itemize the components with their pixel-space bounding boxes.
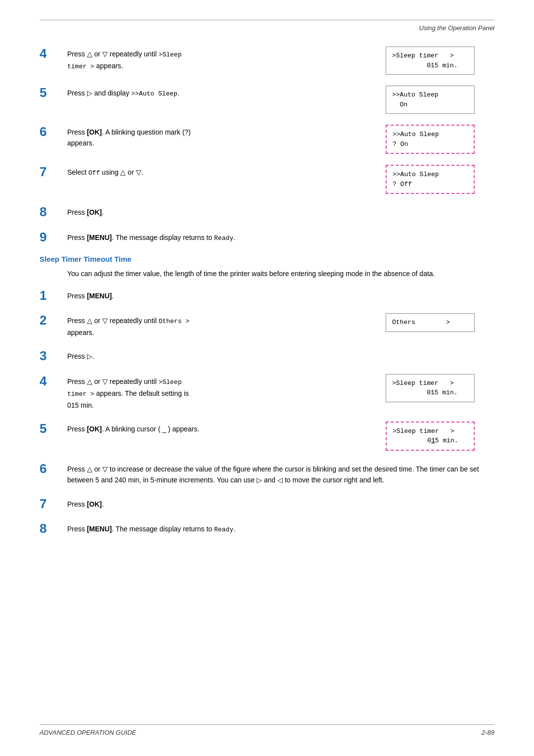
step-content-2b: Press △ or ▽ repeatedly until Others >ap… bbox=[67, 313, 386, 338]
section-desc: You can adjust the timer value, the leng… bbox=[67, 268, 494, 279]
lcd-6t: >>Auto Sleep? On bbox=[386, 125, 475, 154]
step-content-7b: Press [OK]. bbox=[67, 497, 494, 510]
step-5-top: 5 Press ▷ and display >>Auto Sleep. >>Au… bbox=[40, 86, 494, 114]
step-8-bottom: 8 Press [MENU]. The message display retu… bbox=[40, 521, 494, 536]
step-1-bottom: 1 Press [MENU]. bbox=[40, 288, 494, 303]
step-6-bottom: 6 Press △ or ▽ to increase or decrease t… bbox=[40, 462, 494, 486]
step-content-5t: Press ▷ and display >>Auto Sleep. bbox=[67, 86, 386, 99]
step-content-5b: Press [OK]. A blinking cursor ( _ ) appe… bbox=[67, 422, 386, 434]
step-number-4b: 4 bbox=[40, 374, 63, 388]
step-content-6b: Press △ or ▽ to increase or decrease the… bbox=[67, 462, 494, 486]
step-7-bottom: 7 Press [OK]. bbox=[40, 497, 494, 511]
step-9-top: 9 Press [MENU]. The message display retu… bbox=[40, 230, 494, 244]
step-number-7t: 7 bbox=[40, 165, 63, 179]
step-6-top: 6 Press [OK]. A blinking question mark (… bbox=[40, 125, 494, 154]
step-7-top: 7 Select Off using △ or ▽. >>Auto Sleep?… bbox=[40, 165, 494, 194]
step-8-top: 8 Press [OK]. bbox=[40, 205, 494, 219]
step-number-5t: 5 bbox=[40, 86, 63, 100]
footer-right: 2-89 bbox=[482, 729, 494, 736]
header-right: Using the Operation Panel bbox=[40, 24, 494, 32]
step-number-4t: 4 bbox=[40, 47, 63, 61]
step-4-bottom: 4 Press △ or ▽ repeatedly until >Sleepti… bbox=[40, 374, 494, 411]
lcd-2b: Others > bbox=[386, 313, 475, 332]
step-2-bottom: 2 Press △ or ▽ repeatedly until Others >… bbox=[40, 313, 494, 338]
footer: ADVANCED OPERATION GUIDE 2-89 bbox=[40, 724, 494, 736]
step-number-7b: 7 bbox=[40, 497, 63, 511]
top-rule bbox=[40, 20, 494, 20]
step-number-2b: 2 bbox=[40, 313, 63, 328]
step-number-6b: 6 bbox=[40, 462, 63, 476]
step-content-4t: Press △ or ▽ repeatedly until >Sleeptime… bbox=[67, 47, 386, 72]
step-number-5b: 5 bbox=[40, 422, 63, 436]
step-content-1b: Press [MENU]. bbox=[67, 288, 494, 301]
step-number-1b: 1 bbox=[40, 288, 63, 303]
step-3-bottom: 3 Press ▷. bbox=[40, 349, 494, 363]
step-content-6t: Press [OK]. A blinking question mark (?)… bbox=[67, 125, 386, 149]
lcd-7t: >>Auto Sleep? Off bbox=[386, 165, 475, 194]
lcd-5t: >>Auto Sleep On bbox=[386, 86, 475, 114]
step-content-7t: Select Off using △ or ▽. bbox=[67, 165, 386, 179]
step-content-8t: Press [OK]. bbox=[67, 205, 494, 218]
lcd-4t: >Sleep timer > 015 min. bbox=[386, 47, 475, 75]
step-content-8b: Press [MENU]. The message display return… bbox=[67, 521, 494, 535]
step-number-3b: 3 bbox=[40, 349, 63, 363]
step-content-9t: Press [MENU]. The message display return… bbox=[67, 230, 494, 244]
step-content-4b: Press △ or ▽ repeatedly until >Sleeptime… bbox=[67, 374, 386, 411]
step-content-3b: Press ▷. bbox=[67, 349, 494, 362]
step-number-8t: 8 bbox=[40, 205, 63, 219]
lcd-5b: >Sleep timer > 015 min. bbox=[386, 422, 475, 451]
step-4-top: 4 Press △ or ▽ repeatedly until >Sleepti… bbox=[40, 47, 494, 75]
section-title: Sleep Timer Timeout Time bbox=[40, 255, 494, 263]
lcd-4b: >Sleep timer > 015 min. bbox=[386, 374, 475, 402]
step-number-9t: 9 bbox=[40, 230, 63, 244]
step-number-8b: 8 bbox=[40, 521, 63, 536]
step-number-6t: 6 bbox=[40, 125, 63, 139]
footer-left: ADVANCED OPERATION GUIDE bbox=[40, 729, 136, 736]
step-5-bottom: 5 Press [OK]. A blinking cursor ( _ ) ap… bbox=[40, 422, 494, 451]
